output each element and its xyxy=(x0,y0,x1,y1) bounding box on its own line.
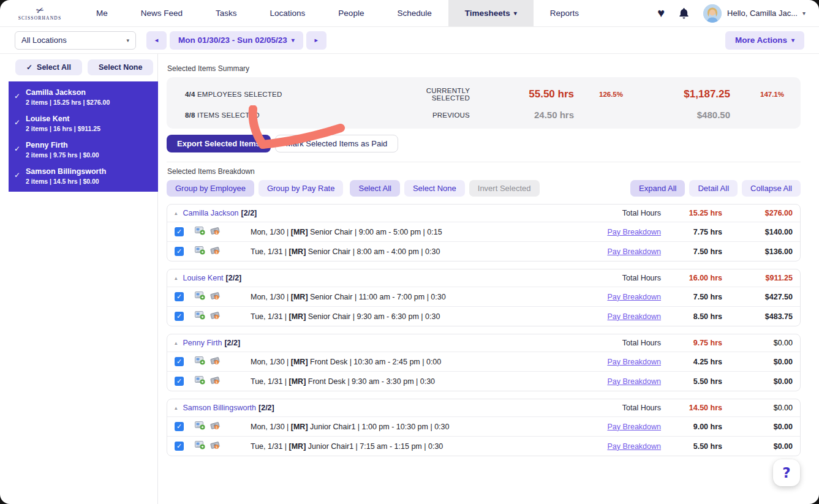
employee-list-item[interactable]: ✓Penny Firth2 items | 9.75 hrs | $0.00 xyxy=(9,137,158,163)
timesheet-row: ✓$Mon, 1/30 | [MR] Junior Chair1 | 1:00 … xyxy=(167,416,800,436)
group-total-hours: 15.25 hrs xyxy=(661,209,722,217)
export-selected-items-button[interactable]: Export Selected Items xyxy=(167,135,271,152)
nav-item-news-feed[interactable]: News Feed xyxy=(124,0,199,26)
schedule-export-icon xyxy=(195,376,205,387)
group-employee-name[interactable]: Penny Firth xyxy=(183,339,222,347)
row-hours: 7.50 hrs xyxy=(661,293,722,301)
user-avatar[interactable] xyxy=(703,4,722,23)
group-by-pay-rate-button[interactable]: Group by Pay Rate xyxy=(259,180,344,197)
nav-item-label: Schedule xyxy=(397,9,431,18)
favorites-heart-icon[interactable]: ♥ xyxy=(657,6,665,20)
previous-amount-value: $480.50 xyxy=(623,110,730,120)
next-week-button[interactable]: ▸ xyxy=(306,31,326,50)
select-none-items-button[interactable]: Select None xyxy=(404,180,465,197)
mark-selected-paid-button[interactable]: Mark Selected Items as Paid xyxy=(275,135,398,152)
more-actions-button[interactable]: More Actions ▾ xyxy=(725,31,804,50)
current-amount-value: $1,187.25 xyxy=(623,88,730,100)
location-filter-select[interactable]: All Locations ▾ xyxy=(15,31,136,50)
collapse-caret-icon[interactable]: ▴ xyxy=(175,275,178,281)
collapse-caret-icon[interactable]: ▴ xyxy=(175,405,178,411)
more-actions-caret-icon: ▾ xyxy=(791,37,794,43)
user-menu-caret-icon[interactable]: ▾ xyxy=(802,10,806,17)
row-hours: 9.00 hrs xyxy=(661,423,722,431)
group-employee-name[interactable]: Camilla Jackson xyxy=(183,209,239,217)
nav-item-locations[interactable]: Locations xyxy=(254,0,322,26)
employee-list-item[interactable]: ✓Samson Billingsworth2 items | 14.5 hrs … xyxy=(9,163,158,189)
summary-current-row: 4/4 EMPLOYEES SELECTED CURRENTLY SELECTE… xyxy=(185,87,784,102)
group-header: ▴Louise Kent[2/2]Total Hours16.00 hrs$91… xyxy=(167,269,800,287)
brand-logo[interactable]: ✂ SCISSORHANDS xyxy=(0,0,80,26)
select-all-items-button[interactable]: Select All xyxy=(350,180,399,197)
pay-breakdown-link[interactable]: Pay Breakdown xyxy=(563,442,661,451)
select-all-employees-button[interactable]: ✓ Select All xyxy=(15,59,82,75)
row-amount: $427.50 xyxy=(722,293,793,301)
pay-breakdown-link[interactable]: Pay Breakdown xyxy=(563,228,661,236)
prev-week-button[interactable]: ◂ xyxy=(146,31,167,50)
schedule-export-icon xyxy=(195,441,205,452)
shift-description: Tue, 1/31 | [MR] Front Desk | 9:30 am - … xyxy=(251,377,563,386)
employee-details: 2 items | 9.75 hrs | $0.00 xyxy=(26,151,99,159)
row-checkbox[interactable]: ✓ xyxy=(175,422,184,431)
row-hours: 5.50 hrs xyxy=(661,442,722,451)
pay-breakdown-link[interactable]: Pay Breakdown xyxy=(563,423,661,431)
svg-text:$: $ xyxy=(216,295,218,299)
pay-status-icon: $ xyxy=(210,311,220,322)
employee-list-item[interactable]: ✓Louise Kent2 items | 16 hrs | $911.25 xyxy=(9,110,158,137)
expand-all-button[interactable]: Expand All xyxy=(630,180,685,197)
nav-item-people[interactable]: People xyxy=(322,0,380,26)
group-by-employee-button[interactable]: Group by Employee xyxy=(167,180,254,197)
user-greeting[interactable]: Hello, Camilla Jac... xyxy=(727,9,798,18)
collapse-caret-icon[interactable]: ▴ xyxy=(175,210,178,216)
group-total-amount: $0.00 xyxy=(722,404,793,412)
help-question-icon: ? xyxy=(782,465,790,481)
group-title: ▴Louise Kent[2/2] xyxy=(175,274,563,282)
collapse-all-button[interactable]: Collapse All xyxy=(742,180,801,197)
shift-description: Mon, 1/30 | [MR] Senior Chair | 9:00 am … xyxy=(251,228,563,236)
nav-item-tasks[interactable]: Tasks xyxy=(199,0,254,26)
row-checkbox[interactable]: ✓ xyxy=(175,442,184,451)
invert-selected-button[interactable]: Invert Selected xyxy=(469,180,540,197)
group-header: ▴Samson Billingsworth[2/2]Total Hours14.… xyxy=(167,399,800,416)
row-checkbox[interactable]: ✓ xyxy=(175,227,184,236)
pay-breakdown-link[interactable]: Pay Breakdown xyxy=(563,377,661,386)
collapse-caret-icon[interactable]: ▴ xyxy=(175,340,178,346)
pay-breakdown-link[interactable]: Pay Breakdown xyxy=(563,247,661,256)
group-header: ▴Camilla Jackson[2/2]Total Hours15.25 hr… xyxy=(167,205,800,222)
row-amount: $0.00 xyxy=(722,377,793,386)
shift-description: Mon, 1/30 | [MR] Front Desk | 10:30 am -… xyxy=(251,358,563,366)
group-employee-name[interactable]: Louise Kent xyxy=(183,274,224,282)
current-hours-percent: 126.5% xyxy=(574,91,623,98)
items-selected-count: 8/8 ITEMS SELECTED xyxy=(185,111,387,119)
select-none-employees-button[interactable]: Select None xyxy=(88,59,154,75)
schedule-export-icon xyxy=(195,356,205,367)
pay-status-icon: $ xyxy=(210,356,220,367)
nav-item-schedule[interactable]: Schedule xyxy=(380,0,448,26)
pay-breakdown-link[interactable]: Pay Breakdown xyxy=(563,293,661,301)
nav-item-reports[interactable]: Reports xyxy=(534,0,595,26)
timesheet-row: ✓$Tue, 1/31 | [MR] Senior Chair | 9:30 a… xyxy=(167,306,800,326)
row-icons: $ xyxy=(191,441,251,452)
row-checkbox[interactable]: ✓ xyxy=(175,312,184,321)
nav-caret-icon: ▾ xyxy=(514,10,517,17)
nav-item-timesheets[interactable]: Timesheets▾ xyxy=(448,0,534,26)
row-amount: $0.00 xyxy=(722,358,793,366)
notifications-bell-icon[interactable] xyxy=(678,7,690,20)
employee-list-item[interactable]: ✓Camilla Jackson2 items | 15.25 hrs | $2… xyxy=(9,84,158,110)
help-button[interactable]: ? xyxy=(773,459,800,486)
employee-details: 2 items | 16 hrs | $911.25 xyxy=(26,125,100,132)
employee-group-card: ▴Louise Kent[2/2]Total Hours16.00 hrs$91… xyxy=(167,269,801,326)
selected-check-icon: ✓ xyxy=(14,167,26,185)
pay-breakdown-link[interactable]: Pay Breakdown xyxy=(563,358,661,366)
nav-item-me[interactable]: Me xyxy=(80,0,124,26)
employee-info: Louise Kent2 items | 16 hrs | $911.25 xyxy=(26,115,100,132)
row-checkbox[interactable]: ✓ xyxy=(175,377,184,386)
row-checkbox[interactable]: ✓ xyxy=(175,357,184,366)
date-range-button[interactable]: Mon 01/30/23 - Sun 02/05/23 ▾ xyxy=(170,31,303,50)
group-employee-name[interactable]: Samson Billingsworth xyxy=(183,404,257,412)
row-checkbox[interactable]: ✓ xyxy=(175,292,184,301)
previous-label: PREVIOUS xyxy=(387,111,470,119)
row-checkbox[interactable]: ✓ xyxy=(175,247,184,256)
row-amount: $483.75 xyxy=(722,312,793,321)
detail-all-button[interactable]: Detail All xyxy=(689,180,738,197)
pay-breakdown-link[interactable]: Pay Breakdown xyxy=(563,312,661,321)
